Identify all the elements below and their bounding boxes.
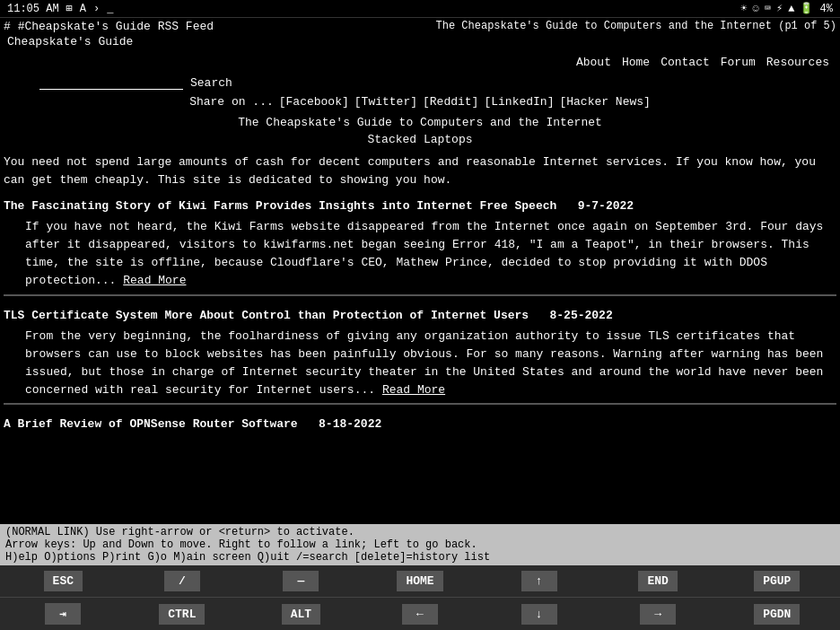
hash-symbol: #	[4, 20, 11, 33]
key-home[interactable]: HOME	[361, 571, 480, 591]
search-input[interactable]	[39, 77, 183, 90]
article-1-divider	[4, 294, 836, 302]
search-line: Search	[4, 76, 836, 90]
nav-forum[interactable]: Forum	[721, 56, 756, 69]
key-pgup[interactable]: PGUP	[717, 571, 836, 591]
key-pgdn[interactable]: PGDN	[717, 604, 836, 625]
key-icon: ⌨	[765, 2, 771, 15]
article-2: TLS Certificate System More About Contro…	[4, 309, 836, 411]
nav-bar: About Home Contact Forum Resources	[4, 52, 836, 73]
underscore-icon: _	[107, 3, 113, 15]
face-icon: ☺	[753, 3, 759, 15]
stacked-laptops-heading: Stacked Laptops	[4, 133, 836, 146]
page-title: The Cheapskate's Guide to Computers and …	[436, 20, 836, 32]
article-2-body: From the very beginning, the foolhardine…	[4, 328, 836, 400]
article-1: The Fascinating Story of Kiwi Farms Prov…	[4, 199, 836, 302]
share-facebook[interactable]: [Facebook]	[279, 95, 349, 109]
time-display: 11:05 AM	[7, 3, 59, 15]
key-right[interactable]: →	[599, 604, 718, 625]
key-ctrl[interactable]: CTRL	[123, 604, 242, 625]
key-left[interactable]: ←	[361, 604, 480, 625]
share-label: Share on ...	[189, 95, 274, 109]
wifi-icon: ▲	[788, 3, 794, 15]
key-dash[interactable]: —	[241, 571, 361, 591]
arrow-icon: ›	[93, 3, 100, 15]
page-header-line: # #Cheapskate's Guide RSS Feed The Cheap…	[4, 20, 836, 33]
key-tab[interactable]: ⇥	[4, 603, 123, 625]
share-reddit[interactable]: [Reddit]	[423, 95, 478, 109]
article-1-readmore[interactable]: Read More	[123, 274, 186, 287]
share-line: Share on ... [Facebook] [Twitter] [Reddi…	[4, 95, 836, 109]
a-icon: A	[80, 3, 86, 15]
article-3-title: A Brief Review of OPNSense Router Softwa…	[4, 417, 836, 431]
status-bar: 11:05 AM ⊞ A › _ ☀ ☺ ⌨ ⚡ ▲ 🔋 4%	[0, 0, 840, 18]
battery-icon: 🔋	[800, 3, 813, 15]
key-alt[interactable]: ALT	[241, 604, 361, 625]
status-left: 11:05 AM ⊞ A › _	[7, 2, 113, 15]
article-2-title: TLS Certificate System More About Contro…	[4, 309, 836, 322]
article-2-readmore[interactable]: Read More	[382, 383, 445, 397]
status-right: ☀ ☺ ⌨ ⚡ ▲ 🔋 4%	[740, 2, 833, 15]
key-end[interactable]: END	[599, 571, 718, 591]
brightness-icon: ☀	[740, 2, 747, 15]
rss-section: # #Cheapskate's Guide RSS Feed	[4, 20, 214, 33]
nav-home[interactable]: Home	[622, 56, 650, 69]
key-bar-1: ESC / — HOME ↑ END PGUP	[0, 565, 840, 597]
key-esc[interactable]: ESC	[4, 571, 123, 591]
share-twitter[interactable]: [Twitter]	[354, 95, 417, 109]
page-content: # #Cheapskate's Guide RSS Feed The Cheap…	[0, 18, 840, 524]
article-1-title: The Fascinating Story of Kiwi Farms Prov…	[4, 199, 836, 213]
rss-link[interactable]: #Cheapskate's Guide RSS Feed	[18, 20, 214, 33]
key-slash[interactable]: /	[123, 571, 242, 591]
info-line-3: H)elp O)ptions P)rint G)o M)ain screen Q…	[5, 551, 835, 564]
site-title: Cheapskate's Guide	[7, 35, 836, 48]
share-linkedin[interactable]: [LinkedIn]	[484, 95, 554, 109]
nav-resources[interactable]: Resources	[766, 56, 829, 69]
share-hackernews[interactable]: [Hacker News]	[559, 95, 650, 109]
grid-icon: ⊞	[66, 2, 73, 15]
info-line-1: (NORMAL LINK) Use right-arrow or <return…	[5, 526, 835, 538]
key-bar-2: ⇥ CTRL ALT ← ↓ → PGDN	[0, 597, 840, 630]
nav-about[interactable]: About	[576, 56, 611, 69]
info-bar: (NORMAL LINK) Use right-arrow or <return…	[0, 524, 840, 565]
article-1-body: If you have not heard, the Kiwi Farms we…	[4, 218, 836, 291]
search-label: Search	[190, 76, 232, 90]
intro-text: You need not spend large amounts of cash…	[4, 153, 836, 188]
bluetooth-icon: ⚡	[776, 2, 783, 15]
info-line-2: Arrow keys: Up and Down to move. Right t…	[5, 538, 835, 551]
nav-contact[interactable]: Contact	[661, 56, 710, 69]
site-subtitle: The Cheapskate's Guide to Computers and …	[4, 116, 836, 129]
key-down[interactable]: ↓	[479, 604, 599, 625]
article-3: A Brief Review of OPNSense Router Softwa…	[4, 417, 836, 431]
battery-display: 🔋 4%	[800, 2, 833, 15]
key-up[interactable]: ↑	[479, 571, 599, 591]
article-2-divider	[4, 403, 836, 410]
